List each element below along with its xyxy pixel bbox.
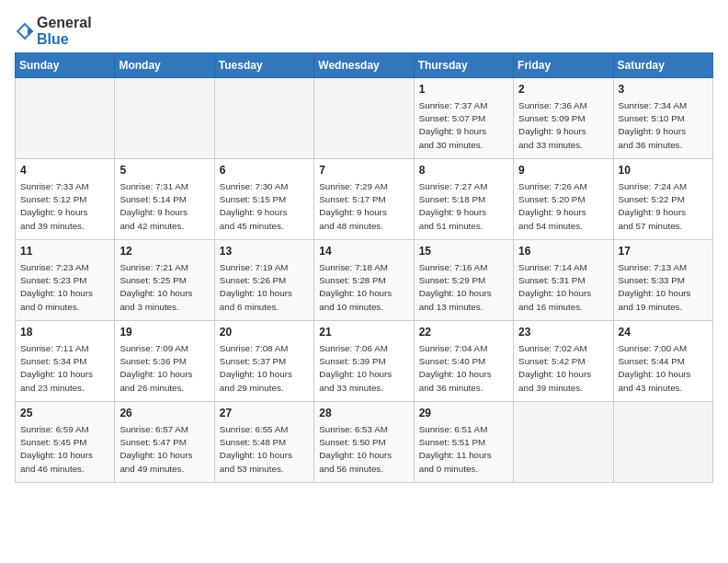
day-cell: 4Sunrise: 7:33 AMSunset: 5:12 PMDaylight… [16, 159, 115, 240]
day-number: 29 [419, 406, 508, 421]
week-row-2: 4Sunrise: 7:33 AMSunset: 5:12 PMDaylight… [16, 159, 713, 240]
day-info: Sunrise: 7:13 AMSunset: 5:33 PMDaylight:… [619, 261, 708, 314]
day-info: Sunrise: 7:21 AMSunset: 5:25 PMDaylight:… [119, 261, 209, 314]
day-number: 5 [119, 163, 209, 178]
day-info: Sunrise: 7:14 AMSunset: 5:31 PMDaylight:… [518, 261, 608, 314]
day-number: 16 [518, 244, 608, 259]
day-number: 15 [419, 244, 508, 259]
day-number: 4 [20, 163, 109, 178]
day-number: 3 [619, 82, 708, 98]
day-info: Sunrise: 6:57 AMSunset: 5:47 PMDaylight:… [119, 423, 209, 476]
day-info: Sunrise: 7:30 AMSunset: 5:15 PMDaylight:… [220, 180, 309, 233]
day-info: Sunrise: 6:53 AMSunset: 5:50 PMDaylight:… [319, 423, 408, 476]
day-cell: 14Sunrise: 7:18 AMSunset: 5:28 PMDayligh… [314, 240, 414, 321]
day-cell [214, 78, 313, 159]
day-info: Sunrise: 7:31 AMSunset: 5:14 PMDaylight:… [119, 180, 209, 233]
day-cell: 17Sunrise: 7:13 AMSunset: 5:33 PMDayligh… [613, 240, 712, 321]
day-cell: 6Sunrise: 7:30 AMSunset: 5:15 PMDaylight… [214, 159, 313, 240]
week-row-3: 11Sunrise: 7:23 AMSunset: 5:23 PMDayligh… [16, 240, 713, 321]
day-cell [514, 402, 613, 483]
day-info: Sunrise: 7:06 AMSunset: 5:39 PMDaylight:… [319, 342, 408, 395]
header-monday: Monday [115, 53, 214, 78]
day-info: Sunrise: 6:55 AMSunset: 5:48 PMDaylight:… [220, 423, 309, 476]
logo-text: General Blue [37, 15, 92, 47]
day-number: 19 [119, 325, 209, 340]
header-tuesday: Tuesday [214, 53, 313, 78]
day-cell: 18Sunrise: 7:11 AMSunset: 5:34 PMDayligh… [16, 321, 115, 402]
day-cell: 11Sunrise: 7:23 AMSunset: 5:23 PMDayligh… [16, 240, 115, 321]
day-number: 21 [319, 325, 408, 340]
header-sunday: Sunday [16, 53, 115, 78]
day-cell: 2Sunrise: 7:36 AMSunset: 5:09 PMDaylight… [514, 78, 613, 159]
day-info: Sunrise: 7:24 AMSunset: 5:22 PMDaylight:… [619, 180, 708, 233]
day-cell: 24Sunrise: 7:00 AMSunset: 5:44 PMDayligh… [613, 321, 712, 402]
day-cell: 21Sunrise: 7:06 AMSunset: 5:39 PMDayligh… [314, 321, 414, 402]
day-number: 22 [419, 325, 508, 340]
day-info: Sunrise: 7:18 AMSunset: 5:28 PMDaylight:… [319, 261, 408, 314]
day-number: 1 [419, 82, 508, 98]
day-info: Sunrise: 7:34 AMSunset: 5:10 PMDaylight:… [619, 99, 708, 152]
day-number: 2 [518, 82, 608, 98]
day-info: Sunrise: 7:26 AMSunset: 5:20 PMDaylight:… [518, 180, 608, 233]
day-number: 18 [20, 325, 109, 340]
day-cell [16, 78, 115, 159]
week-row-1: 1Sunrise: 7:37 AMSunset: 5:07 PMDaylight… [16, 78, 713, 159]
header-saturday: Saturday [613, 53, 712, 78]
day-cell: 26Sunrise: 6:57 AMSunset: 5:47 PMDayligh… [115, 402, 214, 483]
day-cell: 25Sunrise: 6:59 AMSunset: 5:45 PMDayligh… [16, 402, 115, 483]
logo: General Blue [15, 15, 92, 47]
day-info: Sunrise: 7:08 AMSunset: 5:37 PMDaylight:… [220, 342, 309, 395]
day-number: 10 [619, 163, 708, 178]
day-cell: 5Sunrise: 7:31 AMSunset: 5:14 PMDaylight… [115, 159, 214, 240]
calendar-body: 1Sunrise: 7:37 AMSunset: 5:07 PMDaylight… [16, 78, 713, 483]
day-number: 13 [220, 244, 309, 259]
day-info: Sunrise: 7:23 AMSunset: 5:23 PMDaylight:… [20, 261, 109, 314]
calendar-table: SundayMondayTuesdayWednesdayThursdayFrid… [15, 52, 713, 483]
day-info: Sunrise: 7:09 AMSunset: 5:36 PMDaylight:… [119, 342, 209, 395]
header-wednesday: Wednesday [314, 53, 414, 78]
day-cell: 8Sunrise: 7:27 AMSunset: 5:18 PMDaylight… [414, 159, 513, 240]
day-number: 24 [619, 325, 708, 340]
day-number: 12 [119, 244, 209, 259]
day-info: Sunrise: 7:04 AMSunset: 5:40 PMDaylight:… [419, 342, 508, 395]
day-number: 27 [220, 406, 309, 421]
day-number: 26 [119, 406, 209, 421]
day-cell [115, 78, 214, 159]
day-cell: 20Sunrise: 7:08 AMSunset: 5:37 PMDayligh… [214, 321, 313, 402]
day-cell: 3Sunrise: 7:34 AMSunset: 5:10 PMDaylight… [613, 78, 712, 159]
day-info: Sunrise: 7:37 AMSunset: 5:07 PMDaylight:… [419, 99, 508, 152]
day-cell: 22Sunrise: 7:04 AMSunset: 5:40 PMDayligh… [414, 321, 513, 402]
day-cell [314, 78, 414, 159]
day-info: Sunrise: 7:00 AMSunset: 5:44 PMDaylight:… [619, 342, 708, 395]
day-number: 14 [319, 244, 408, 259]
day-info: Sunrise: 7:29 AMSunset: 5:17 PMDaylight:… [319, 180, 408, 233]
day-info: Sunrise: 6:51 AMSunset: 5:51 PMDaylight:… [419, 423, 508, 476]
week-row-4: 18Sunrise: 7:11 AMSunset: 5:34 PMDayligh… [16, 321, 713, 402]
calendar-header: SundayMondayTuesdayWednesdayThursdayFrid… [16, 53, 713, 78]
day-number: 7 [319, 163, 408, 178]
day-number: 9 [518, 163, 608, 178]
day-number: 20 [220, 325, 309, 340]
day-cell: 23Sunrise: 7:02 AMSunset: 5:42 PMDayligh… [514, 321, 613, 402]
header-friday: Friday [514, 53, 613, 78]
day-info: Sunrise: 7:19 AMSunset: 5:26 PMDaylight:… [220, 261, 309, 314]
day-number: 6 [220, 163, 309, 178]
header: General Blue [15, 15, 713, 47]
day-cell [613, 402, 712, 483]
day-number: 17 [619, 244, 708, 259]
day-info: Sunrise: 7:11 AMSunset: 5:34 PMDaylight:… [20, 342, 109, 395]
day-cell: 1Sunrise: 7:37 AMSunset: 5:07 PMDaylight… [414, 78, 513, 159]
week-row-5: 25Sunrise: 6:59 AMSunset: 5:45 PMDayligh… [16, 402, 713, 483]
day-cell: 15Sunrise: 7:16 AMSunset: 5:29 PMDayligh… [414, 240, 513, 321]
day-cell: 28Sunrise: 6:53 AMSunset: 5:50 PMDayligh… [314, 402, 414, 483]
day-info: Sunrise: 6:59 AMSunset: 5:45 PMDaylight:… [20, 423, 109, 476]
header-row: SundayMondayTuesdayWednesdayThursdayFrid… [16, 53, 713, 78]
header-thursday: Thursday [414, 53, 513, 78]
day-number: 23 [518, 325, 608, 340]
day-cell: 12Sunrise: 7:21 AMSunset: 5:25 PMDayligh… [115, 240, 214, 321]
day-info: Sunrise: 7:02 AMSunset: 5:42 PMDaylight:… [518, 342, 608, 395]
day-cell: 13Sunrise: 7:19 AMSunset: 5:26 PMDayligh… [214, 240, 313, 321]
day-number: 28 [319, 406, 408, 421]
day-number: 8 [419, 163, 508, 178]
day-cell: 16Sunrise: 7:14 AMSunset: 5:31 PMDayligh… [514, 240, 613, 321]
